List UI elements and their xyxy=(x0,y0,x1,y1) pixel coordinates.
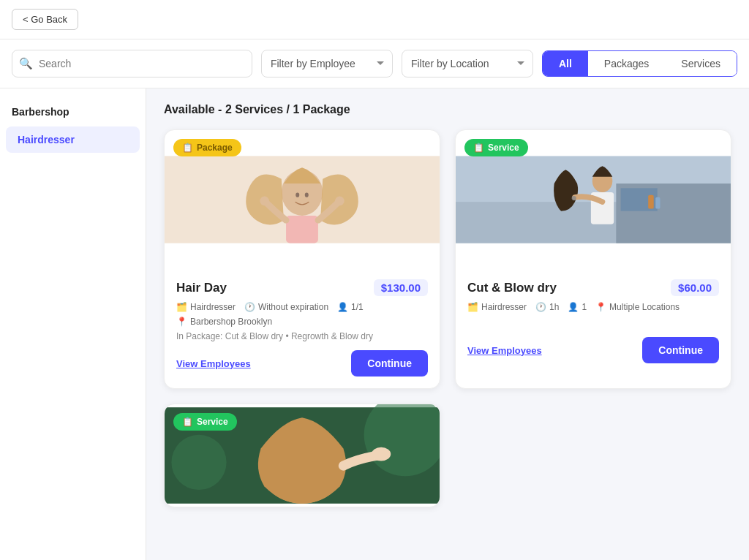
svg-point-17 xyxy=(572,196,576,200)
card-title-1: Hair Day xyxy=(176,281,227,295)
card-image-service-3: 📋 Service xyxy=(165,404,440,507)
package-icon: 📋 xyxy=(182,143,193,153)
card-actions-1: View Employees Continue xyxy=(176,350,428,377)
go-back-button[interactable]: < Go Back xyxy=(12,9,78,30)
card-actions-2: View Employees Continue xyxy=(467,337,719,363)
search-icon: 🔍 xyxy=(19,57,33,70)
filter-location-select[interactable]: Filter by Location xyxy=(402,50,533,77)
cards-grid: 📋 Package xyxy=(164,129,731,507)
badge-service-3: 📋 Service xyxy=(173,413,237,431)
view-employees-button-2[interactable]: View Employees xyxy=(467,345,542,356)
badge-service-label-2: Service xyxy=(488,143,519,153)
sidebar-item-hairdresser[interactable]: Hairdresser xyxy=(6,126,140,153)
card-title-row-2: Cut & Blow dry $60.00 xyxy=(467,279,719,296)
view-employees-button-1[interactable]: View Employees xyxy=(176,358,251,369)
tab-all[interactable]: All xyxy=(543,51,588,76)
meta-slots-1: 👤 1/1 xyxy=(337,302,364,312)
svg-point-20 xyxy=(171,435,226,490)
card-title-row-1: Hair Day $130.00 xyxy=(176,279,428,296)
card-image-cut-blow-dry: 📋 Service xyxy=(456,130,731,269)
card-price-2: $60.00 xyxy=(671,279,719,296)
tab-packages[interactable]: Packages xyxy=(588,51,665,76)
top-bar: < Go Back xyxy=(0,0,749,39)
service-icon-2: 📋 xyxy=(473,143,484,153)
filter-employee-select[interactable]: Filter by Employee xyxy=(261,50,393,77)
card-image-hair-day: 📋 Package xyxy=(165,130,440,269)
svg-point-22 xyxy=(372,447,391,461)
badge-package: 📋 Package xyxy=(173,139,241,156)
meta-slots-2: 👤 1 xyxy=(568,302,587,312)
svg-rect-13 xyxy=(655,197,660,209)
sidebar: Barbershop Hairdresser xyxy=(0,88,146,560)
card-meta-1b: 📍 Barbershop Brooklyn xyxy=(176,317,428,327)
person-icon-2: 👤 xyxy=(568,302,579,312)
badge-service-2: 📋 Service xyxy=(464,139,528,156)
card-hair-day: 📋 Package xyxy=(164,129,440,389)
card-package-info-1: In Package: Cut & Blow dry • Regrowth & … xyxy=(176,331,428,341)
search-wrapper: 🔍 xyxy=(12,50,252,77)
meta-location-1: 📍 Barbershop Brooklyn xyxy=(176,317,272,327)
meta-duration-2: 🕐 1h xyxy=(535,302,559,312)
continue-button-2[interactable]: Continue xyxy=(642,337,719,363)
meta-category-2: 🗂️ Hairdresser xyxy=(467,302,527,312)
svg-rect-12 xyxy=(648,195,654,209)
main-layout: Barbershop Hairdresser Available - 2 Ser… xyxy=(0,88,749,560)
card-price-1: $130.00 xyxy=(374,279,428,296)
tab-services[interactable]: Services xyxy=(665,51,737,76)
svg-rect-7 xyxy=(165,156,440,243)
available-title: Available - 2 Services / 1 Package xyxy=(164,103,731,116)
search-bar: 🔍 Filter by Employee Filter by Location … xyxy=(0,39,749,88)
meta-category-1: 🗂️ Hairdresser xyxy=(176,302,236,312)
badge-service-label-3: Service xyxy=(197,417,228,427)
card-service-3: 📋 Service xyxy=(164,404,440,507)
pin-icon-1: 📍 xyxy=(176,317,187,327)
search-input[interactable] xyxy=(12,50,252,77)
card-title-2: Cut & Blow dry xyxy=(467,281,557,295)
person-icon-1: 👤 xyxy=(337,302,348,312)
pin-icon-2: 📍 xyxy=(595,302,606,312)
badge-package-label: Package xyxy=(197,143,233,153)
card-package-info-2 xyxy=(467,317,719,328)
card-meta-1: 🗂️ Hairdresser 🕐 Without expiration 👤 1/… xyxy=(176,302,428,312)
meta-expiry-1: 🕐 Without expiration xyxy=(244,302,328,312)
sidebar-section-title: Barbershop xyxy=(0,100,146,125)
continue-button-1[interactable]: Continue xyxy=(351,350,428,377)
clock-icon-1: 🕐 xyxy=(244,302,255,312)
service-icon-3: 📋 xyxy=(182,417,193,427)
folder-icon-2: 🗂️ xyxy=(467,302,478,312)
folder-icon-1: 🗂️ xyxy=(176,302,187,312)
card-body-cut-blow-dry: Cut & Blow dry $60.00 🗂️ Hairdresser 🕐 1… xyxy=(456,269,731,375)
content-area: Available - 2 Services / 1 Package 📋 Pac… xyxy=(146,88,749,560)
clock-icon-2: 🕐 xyxy=(535,302,546,312)
card-cut-blow-dry: 📋 Service xyxy=(455,129,731,389)
card-body-hair-day: Hair Day $130.00 🗂️ Hairdresser 🕐 Withou… xyxy=(165,269,440,388)
meta-location-2: 📍 Multiple Locations xyxy=(595,302,680,312)
card-meta-2: 🗂️ Hairdresser 🕐 1h 👤 1 📍 Multiple Locat… xyxy=(467,302,719,312)
tab-group: All Packages Services xyxy=(542,50,737,77)
